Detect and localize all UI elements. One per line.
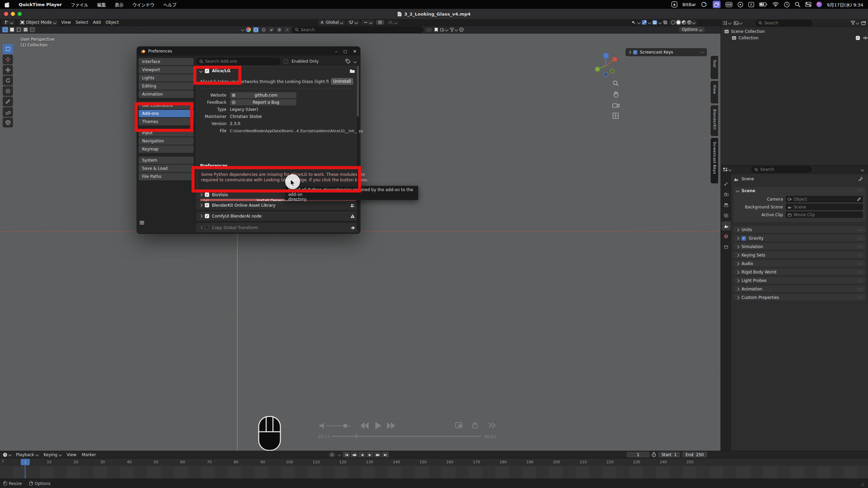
resize-corner-icon[interactable] [859,481,865,486]
collection-exclude-checkbox[interactable]: ✓ [856,36,860,40]
prefs-sidebar-interface[interactable]: Interface [139,58,194,65]
addon-row-copy-global-transform[interactable]: Copy Global Transform [196,223,358,232]
quicktime-titlebar[interactable]: 3_2_Looking_Glass_v4.mp4 [0,9,868,19]
battery-icon[interactable] [759,1,767,7]
chevron-down-icon[interactable] [338,453,341,456]
prefs-sidebar-keymap[interactable]: Keymap [139,145,194,153]
prefs-sidebar-save-load[interactable]: Save & Load [139,165,194,172]
panel-header[interactable]: Simulation∷∷ [733,243,866,250]
prev-keyframe-button[interactable]: ◀◆ [351,452,358,458]
auto-keying-toggle[interactable] [328,452,336,458]
panel-header[interactable]: Units∷∷ [733,226,866,233]
chevron-right-icon[interactable] [736,228,739,231]
close-window-button[interactable] [4,12,8,16]
properties-search-input[interactable]: Search [751,166,812,172]
timeline-menu-marker[interactable]: Marker [82,452,96,457]
play-button[interactable]: ▶ [366,452,373,458]
feedback-button[interactable]: Report a Bug [230,99,296,105]
chevron-right-icon[interactable] [736,253,739,257]
spotlight-icon[interactable] [795,1,800,7]
pip-share-icons[interactable] [455,422,499,429]
xray-toggle[interactable] [663,20,668,25]
menubar-menu[interactable]: 表示 [115,1,123,8]
panel-drag-dots[interactable]: ∷∷ [857,245,863,249]
chevron-right-icon[interactable] [736,262,739,265]
tool-measure[interactable] [3,107,13,117]
viewport-menu-view[interactable]: View [61,20,71,25]
properties-tab-world[interactable] [722,232,731,241]
folder-icon[interactable] [350,69,355,73]
panel-units[interactable]: Units∷∷ [733,226,866,233]
siri-icon[interactable] [816,1,822,7]
jump-to-end-button[interactable]: ▶| [382,452,389,458]
blenderkit-models-tab[interactable] [253,27,259,33]
qt-playhead[interactable] [356,434,357,439]
website-button[interactable]: ?github.com [230,92,296,98]
panel-header[interactable]: Keying Sets∷∷ [733,251,866,259]
chevron-right-icon[interactable] [736,279,739,282]
display-mode-dropdown[interactable] [734,21,742,25]
prefs-sidebar-lights[interactable]: Lights [139,74,194,82]
addon-row-blenderkit-online-asset-library[interactable]: ✓BlenderKit Online Asset Library [196,201,358,209]
sidebar-tab-view[interactable]: View [711,81,718,103]
properties-tab-tool[interactable] [722,179,731,188]
properties-tab-object[interactable] [722,242,731,251]
panel-drag-dots[interactable]: ∷∷ [857,270,863,274]
tool-select-box[interactable] [3,44,13,54]
tool-cursor[interactable] [3,55,13,64]
tool-annotate[interactable] [3,97,13,106]
transport-controls[interactable] [358,421,398,430]
enabled-only-checkbox[interactable] [284,59,288,64]
timeline-menu-view[interactable]: View [67,452,76,457]
properties-tab-render[interactable] [722,190,731,199]
addon-row-comfyui-blenderai-node[interactable]: ✓ComfyUI BlenderAI node [196,212,358,220]
timeline-tracks[interactable] [0,466,868,479]
current-frame-field[interactable]: 1 [627,452,650,458]
blenderkit-free-toggle[interactable] [426,28,432,32]
panel-custom-properties[interactable]: Custom Properties∷∷ [733,293,866,301]
panel-header[interactable]: Custom Properties∷∷ [733,294,866,301]
addon-search-input[interactable]: Search Add-ons [196,58,280,65]
scrollbar[interactable] [357,59,359,230]
panel-drag-dots[interactable]: ∷∷ [857,279,863,283]
timeline-ruler[interactable]: 1 10203040506070809010011012013014015016… [0,459,868,466]
options-dropdown[interactable]: Options [679,27,705,32]
panel-drag-dots[interactable]: ∷∷ [857,188,863,193]
field-input[interactable]: Movie Clip [786,211,863,218]
play-reverse-button[interactable]: ◀ [358,452,366,458]
tag-icon[interactable] [346,59,351,64]
addon-checkbox[interactable]: ✓ [205,214,209,218]
axis-gizmo[interactable] [592,51,620,79]
frame-end-field[interactable]: End250 [682,452,707,458]
chevron-right-icon[interactable] [199,226,203,229]
overlays-toggle[interactable] [652,20,657,25]
zoom-icon[interactable] [612,80,619,87]
select-intersect-mode-button[interactable] [29,27,35,33]
screencast-keys-panel[interactable]: ✓ Screencast Keys — [626,48,707,56]
sync-swirl-icon[interactable] [701,1,708,7]
mode-selector[interactable]: Object Mode [18,20,58,25]
screencast-keys-checkbox[interactable]: ✓ [633,50,637,55]
window-manager-icon[interactable] [713,1,721,8]
stopwatch-icon[interactable] [652,452,656,457]
transform-orientation-dropdown[interactable]: Global [318,20,345,25]
prefs-sidebar-animation[interactable]: Animation [139,90,194,98]
chevron-right-icon[interactable] [736,245,739,248]
viewport-menu-select[interactable]: Select [76,20,88,25]
shading-wireframe-button[interactable] [671,20,675,24]
chevron-right-icon[interactable] [736,270,739,274]
menubar-menu[interactable]: ウインドウ [132,1,154,8]
panel-header[interactable]: Animation∷∷ [733,285,866,293]
snapping-toggle[interactable] [361,20,374,25]
menubar-menu[interactable]: ファイル [71,1,88,8]
panel-rigid-body-world[interactable]: Rigid Body World∷∷ [733,268,866,276]
panel-audio[interactable]: Audio∷∷ [733,260,866,267]
sidebar-tab-screencast-keys[interactable]: Screencast Keys [711,138,718,183]
field-input[interactable]: Object [786,196,863,202]
editor-type-button[interactable] [723,21,731,25]
panel-gravity[interactable]: ✓Gravity∷∷ [733,234,866,242]
eyedropper-icon[interactable] [857,197,861,201]
pin-icon[interactable] [858,177,863,181]
editor-type-button[interactable] [723,167,731,171]
timeline-menu-keying[interactable]: Keying [44,452,61,457]
